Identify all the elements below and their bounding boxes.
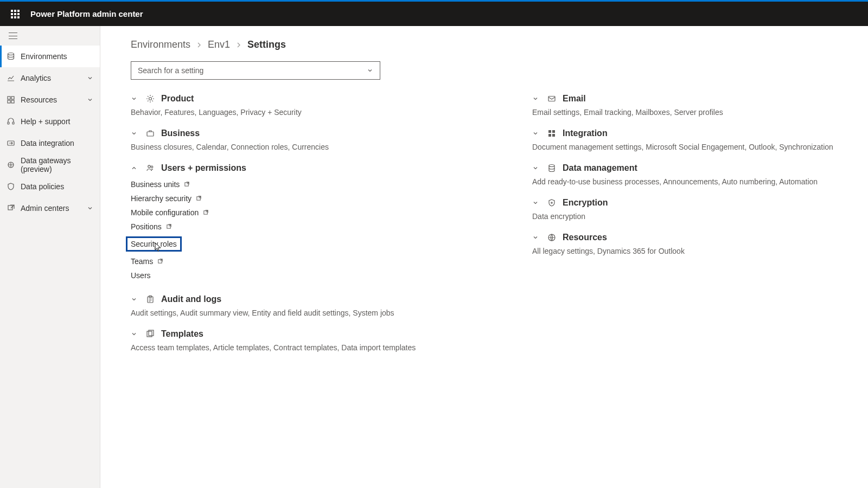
sidebar-item-label: Help + support xyxy=(21,117,93,126)
setting-label: Security roles xyxy=(131,240,177,248)
breadcrumb-current: Settings xyxy=(247,39,286,50)
svg-point-29 xyxy=(551,202,552,203)
category-audit-logs: Audit and logs Audit settings, Audit sum… xyxy=(131,294,532,317)
category-title: Users + permissions xyxy=(161,163,246,173)
svg-point-12 xyxy=(148,165,150,168)
grid-icon xyxy=(7,95,15,104)
chevron-up-icon xyxy=(131,165,142,171)
category-title: Templates xyxy=(161,329,203,339)
setting-link-users[interactable]: Users xyxy=(131,268,532,282)
category-header-resources[interactable]: Resources xyxy=(532,233,868,242)
setting-label: Teams xyxy=(131,257,153,266)
chevron-down-icon xyxy=(87,75,93,81)
category-summary: Business closures, Calendar, Connection … xyxy=(131,143,532,151)
category-header-business[interactable]: Business xyxy=(131,129,532,138)
breadcrumb: Environments Env1 Settings xyxy=(131,39,868,50)
sidebar-toggle-button[interactable] xyxy=(0,26,100,46)
svg-rect-27 xyxy=(552,134,555,137)
hamburger-icon xyxy=(9,33,17,39)
chevron-down-icon xyxy=(532,165,543,171)
open-external-icon xyxy=(166,223,173,230)
setting-link-security-roles[interactable]: Security roles xyxy=(131,234,532,254)
category-title: Email xyxy=(563,94,586,104)
chevron-down-icon xyxy=(532,95,543,102)
sidebar-item-environments[interactable]: Environments xyxy=(0,46,100,67)
category-title: Integration xyxy=(563,129,608,138)
sidebar-item-data-policies[interactable]: Data policies xyxy=(0,176,100,197)
shield-icon xyxy=(7,182,15,191)
search-settings-input[interactable] xyxy=(131,61,380,80)
sidebar-item-label: Admin centers xyxy=(21,204,87,213)
briefcase-icon xyxy=(146,129,156,138)
svg-point-28 xyxy=(549,165,554,167)
chevron-down-icon xyxy=(131,331,142,337)
headset-icon xyxy=(7,117,15,126)
sidebar: Environments Analytics Resources H xyxy=(0,26,100,488)
svg-rect-26 xyxy=(548,134,551,137)
setting-link-hierarchy-security[interactable]: Hierarchy security xyxy=(131,191,532,206)
gateway-icon xyxy=(7,160,15,169)
category-header-email[interactable]: Email xyxy=(532,94,868,104)
sidebar-item-resources[interactable]: Resources xyxy=(0,89,100,111)
app-launcher-button[interactable] xyxy=(7,5,24,23)
category-title: Business xyxy=(161,129,200,138)
category-header-product[interactable]: Product xyxy=(131,94,532,104)
setting-link-mobile-configuration[interactable]: Mobile configuration xyxy=(131,206,532,220)
sidebar-item-label: Data policies xyxy=(21,182,93,191)
gear-icon xyxy=(146,94,156,103)
setting-link-business-units[interactable]: Business units xyxy=(131,177,532,191)
open-external-icon xyxy=(184,181,190,188)
svg-point-13 xyxy=(151,166,153,168)
sidebar-item-admin-centers[interactable]: Admin centers xyxy=(0,197,100,219)
chevron-down-icon xyxy=(532,200,543,206)
category-encryption: Encryption Data encryption xyxy=(532,198,868,221)
svg-rect-6 xyxy=(12,122,14,124)
chevron-down-icon xyxy=(131,296,142,303)
category-header-integration[interactable]: Integration xyxy=(532,129,868,138)
search-input-field[interactable] xyxy=(138,66,367,75)
category-business: Business Business closures, Calendar, Co… xyxy=(131,129,532,151)
sidebar-item-data-integration[interactable]: Data integration xyxy=(0,132,100,154)
setting-label: Users xyxy=(131,271,151,280)
category-summary: Document management settings, Microsoft … xyxy=(532,143,868,151)
settings-column-left: Product Behavior, Features, Languages, P… xyxy=(131,94,532,364)
top-bar: Power Platform admin center xyxy=(0,0,868,26)
sidebar-item-label: Data gateways (preview) xyxy=(21,156,93,174)
svg-point-0 xyxy=(8,53,14,55)
chevron-down-icon xyxy=(87,97,93,103)
category-templates: Templates Access team templates, Article… xyxy=(131,329,532,352)
category-summary: Audit settings, Audit summary view, Enti… xyxy=(131,309,532,317)
sidebar-item-data-gateways[interactable]: Data gateways (preview) xyxy=(0,154,100,176)
category-summary: All legacy settings, Dynamics 365 for Ou… xyxy=(532,247,868,255)
category-title: Data management xyxy=(563,163,637,173)
sidebar-item-label: Resources xyxy=(21,95,87,104)
svg-rect-4 xyxy=(11,100,14,103)
breadcrumb-link-env1[interactable]: Env1 xyxy=(208,39,230,50)
category-items: Business units Hierarchy security Mobile… xyxy=(131,177,532,282)
setting-label: Business units xyxy=(131,180,180,189)
setting-link-positions[interactable]: Positions xyxy=(131,220,532,234)
sidebar-item-label: Environments xyxy=(21,52,93,61)
chevron-down-icon xyxy=(87,205,93,211)
category-header-encryption[interactable]: Encryption xyxy=(532,198,868,208)
chart-line-icon xyxy=(7,74,15,82)
category-integration: Integration Document management settings… xyxy=(532,129,868,151)
breadcrumb-link-environments[interactable]: Environments xyxy=(131,39,190,50)
sidebar-item-help-support[interactable]: Help + support xyxy=(0,111,100,132)
waffle-icon xyxy=(11,10,20,18)
setting-link-teams[interactable]: Teams xyxy=(131,254,532,268)
chevron-down-icon xyxy=(532,130,543,137)
category-email: Email Email settings, Email tracking, Ma… xyxy=(532,94,868,117)
svg-point-10 xyxy=(149,98,152,100)
sidebar-item-analytics[interactable]: Analytics xyxy=(0,67,100,89)
svg-rect-1 xyxy=(8,97,10,99)
main-content: Environments Env1 Settings xyxy=(100,26,868,488)
category-header-audit-logs[interactable]: Audit and logs xyxy=(131,294,532,304)
category-header-data-management[interactable]: Data management xyxy=(532,163,868,173)
category-header-templates[interactable]: Templates xyxy=(131,329,532,339)
svg-rect-11 xyxy=(147,132,154,136)
category-header-users-permissions[interactable]: Users + permissions xyxy=(131,163,532,173)
open-external-icon xyxy=(157,258,164,265)
external-icon xyxy=(7,204,15,213)
tiles-icon xyxy=(547,129,557,138)
